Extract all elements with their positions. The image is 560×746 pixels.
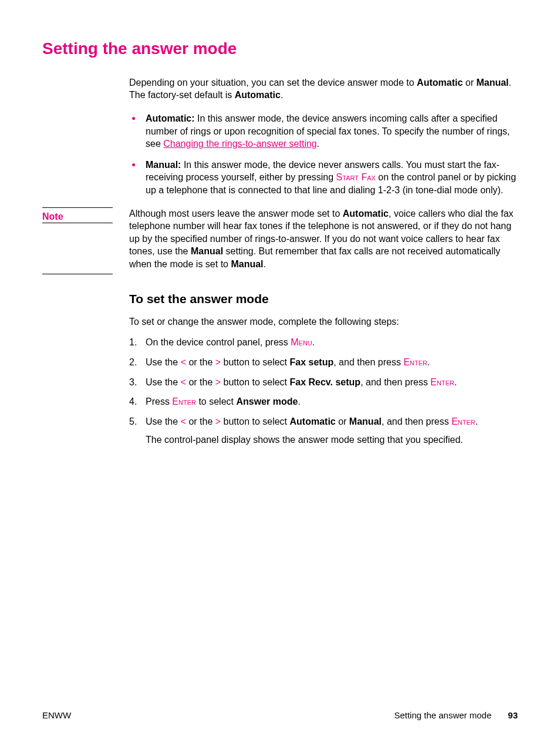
content-column: Depending on your situation, you can set… bbox=[129, 76, 518, 446]
bullet-list: Automatic: In this answer mode, the devi… bbox=[129, 112, 518, 197]
text: . bbox=[509, 78, 511, 88]
footer-right: Setting the answer mode 93 bbox=[394, 710, 518, 721]
enter-key: Enter bbox=[451, 416, 475, 426]
list-item: Press Enter to select Answer mode. bbox=[129, 395, 518, 408]
note-rule bbox=[42, 274, 113, 274]
bold-text: Manual bbox=[231, 259, 263, 269]
lt-key: < bbox=[181, 416, 186, 426]
menu-key: Menu bbox=[291, 337, 312, 347]
text: button to select bbox=[221, 377, 289, 387]
lt-key: < bbox=[181, 357, 186, 367]
bullet-label: Automatic: bbox=[146, 113, 195, 123]
start-fax-key: Start Fax bbox=[336, 172, 376, 182]
text: . bbox=[312, 337, 315, 347]
text: . bbox=[281, 90, 283, 100]
text: button to select bbox=[221, 416, 289, 426]
text: or bbox=[463, 78, 476, 88]
intro-paragraph: Depending on your situation, you can set… bbox=[129, 76, 518, 102]
list-item: Manual: In this answer mode, the device … bbox=[129, 159, 518, 197]
step-followup: The control-panel display shows the answ… bbox=[146, 434, 518, 446]
bold-text: Fax setup bbox=[290, 357, 334, 367]
list-item: Use the < or the > button to select Fax … bbox=[129, 356, 518, 369]
text: . bbox=[475, 416, 478, 426]
list-item: Automatic: In this answer mode, the devi… bbox=[129, 112, 518, 150]
list-item: Use the < or the > button to select Auto… bbox=[129, 415, 518, 446]
text: The factory-set default is bbox=[129, 90, 235, 100]
text: Although most users leave the answer mod… bbox=[129, 209, 343, 219]
page-title: Setting the answer mode bbox=[42, 38, 518, 60]
subsection-intro: To set or change the answer mode, comple… bbox=[129, 315, 518, 328]
list-item: Use the < or the > button to select Fax … bbox=[129, 376, 518, 389]
rings-to-answer-link[interactable]: Changing the rings-to-answer setting bbox=[163, 139, 316, 149]
enter-key: Enter bbox=[430, 377, 454, 387]
gt-key: > bbox=[215, 377, 221, 387]
lt-key: < bbox=[181, 377, 186, 387]
text: Use the bbox=[146, 357, 181, 367]
text: On the device control panel, press bbox=[146, 337, 291, 347]
text: , and then press bbox=[360, 377, 430, 387]
note-block: Note Although most users leave the answe… bbox=[129, 207, 518, 271]
subsection-heading: To set the answer mode bbox=[129, 291, 518, 307]
text: or the bbox=[186, 377, 215, 387]
text: Use the bbox=[146, 377, 181, 387]
footer-left: ENWW bbox=[42, 710, 71, 721]
bold-text: Manual bbox=[476, 78, 508, 88]
text: . bbox=[454, 377, 457, 387]
text: Use the bbox=[146, 416, 181, 426]
gt-key: > bbox=[215, 357, 221, 367]
text: . bbox=[317, 139, 319, 149]
bold-text: Automatic bbox=[290, 416, 336, 426]
text: to select bbox=[196, 396, 236, 406]
bold-text: Fax Recv. setup bbox=[290, 377, 361, 387]
page-number: 93 bbox=[508, 710, 518, 721]
gt-key: > bbox=[215, 416, 221, 426]
text: . bbox=[427, 357, 430, 367]
steps-list: On the device control panel, press Menu.… bbox=[129, 336, 518, 446]
enter-key: Enter bbox=[403, 357, 427, 367]
bold-text: Automatic bbox=[343, 209, 389, 219]
text: button to select bbox=[221, 357, 289, 367]
text: or the bbox=[186, 416, 215, 426]
footer-section-title: Setting the answer mode bbox=[394, 710, 491, 721]
text: , and then press bbox=[382, 416, 451, 426]
enter-key: Enter bbox=[172, 396, 196, 406]
bullet-label: Manual: bbox=[146, 160, 181, 170]
text: Depending on your situation, you can set… bbox=[129, 78, 417, 88]
text: Press bbox=[146, 396, 172, 406]
bold-text: Automatic bbox=[417, 78, 463, 88]
text: . bbox=[264, 259, 266, 269]
bold-text: Manual bbox=[349, 416, 382, 426]
text: . bbox=[298, 396, 300, 406]
bold-text: Manual bbox=[191, 246, 223, 256]
text: or the bbox=[186, 357, 215, 367]
bold-text: Automatic bbox=[235, 90, 281, 100]
note-label: Note bbox=[42, 207, 113, 223]
list-item: On the device control panel, press Menu. bbox=[129, 336, 518, 349]
note-text: Although most users leave the answer mod… bbox=[129, 207, 518, 271]
text: , and then press bbox=[333, 357, 403, 367]
bold-text: Answer mode bbox=[236, 396, 298, 406]
text: or bbox=[336, 416, 349, 426]
page-footer: ENWW Setting the answer mode 93 bbox=[42, 710, 518, 721]
